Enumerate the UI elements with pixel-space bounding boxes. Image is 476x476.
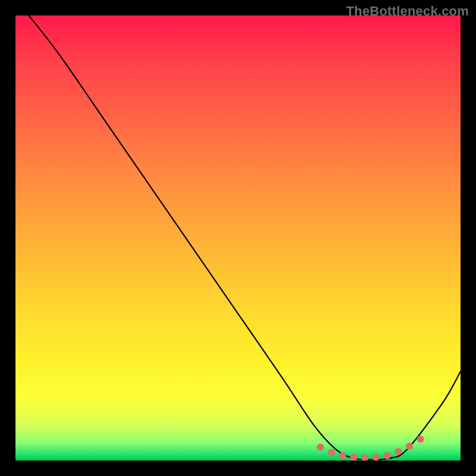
optimal-marker: [384, 452, 391, 459]
optimal-marker: [339, 452, 346, 459]
watermark-text: TheBottleneck.com: [346, 4, 469, 19]
optimal-marker: [328, 449, 335, 456]
chart-frame: TheBottleneck.com: [0, 0, 476, 476]
optimal-marker: [417, 436, 424, 443]
curve-svg: [15, 15, 461, 461]
optimal-marker: [361, 455, 368, 461]
plot-area: [15, 15, 461, 461]
optimal-marker: [317, 444, 324, 451]
bottleneck-curve: [29, 15, 461, 460]
optimal-marker: [394, 448, 402, 455]
optimal-marker: [372, 454, 380, 461]
marker-group: [317, 436, 424, 461]
optimal-marker: [350, 454, 357, 461]
optimal-marker: [406, 443, 413, 450]
